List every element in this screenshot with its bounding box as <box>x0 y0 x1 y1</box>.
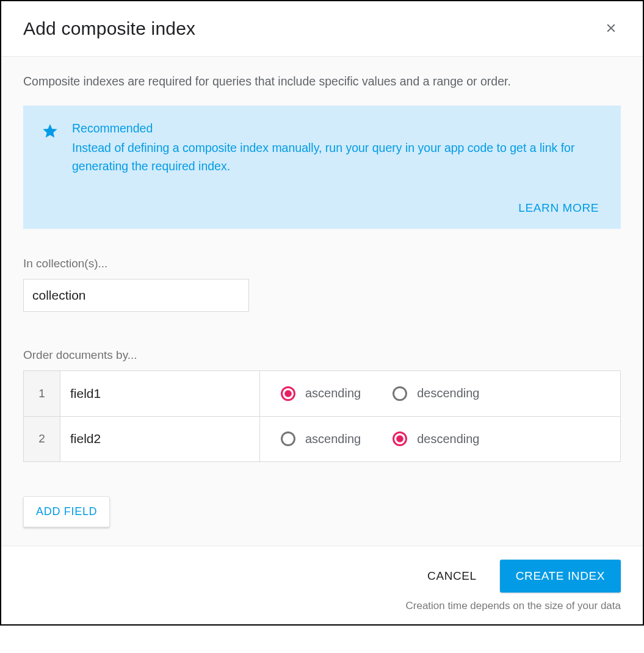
star-icon <box>42 123 59 175</box>
order-label: Order documents by... <box>23 348 621 362</box>
row-index: 1 <box>24 371 60 416</box>
field-row: 2 ascending descending <box>24 416 620 461</box>
radio-checked-icon <box>280 385 297 402</box>
recommendation-box: Recommended Instead of defining a compos… <box>23 106 621 229</box>
ascending-radio[interactable]: ascending <box>280 385 361 402</box>
dialog-header: Add composite index <box>1 1 643 57</box>
footer-note: Creation time depends on the size of you… <box>23 600 621 612</box>
recommendation-body: Instead of defining a composite index ma… <box>72 139 602 175</box>
collection-input[interactable] <box>23 279 249 312</box>
radio-label: descending <box>417 432 479 446</box>
row-index: 2 <box>24 417 60 461</box>
learn-more-button[interactable]: LEARN MORE <box>515 201 602 215</box>
order-section: Order documents by... 1 ascending <box>23 348 621 527</box>
collection-label: In collection(s)... <box>23 257 621 270</box>
radio-label: ascending <box>305 386 361 400</box>
cancel-button[interactable]: CANCEL <box>421 561 483 591</box>
radio-label: ascending <box>305 432 361 446</box>
close-button[interactable] <box>601 19 621 38</box>
dialog-title: Add composite index <box>23 18 195 39</box>
radio-checked-icon <box>391 430 408 447</box>
svg-point-2 <box>394 387 407 400</box>
svg-point-5 <box>396 435 403 442</box>
radio-label: descending <box>417 386 479 400</box>
dialog-description: Composite indexes are required for queri… <box>23 73 621 90</box>
descending-radio[interactable]: descending <box>391 385 479 402</box>
dialog-body: Composite indexes are required for queri… <box>1 57 643 546</box>
add-field-button[interactable]: ADD FIELD <box>23 496 110 527</box>
field-name-input[interactable] <box>60 386 259 401</box>
radio-unchecked-icon <box>391 385 408 402</box>
create-index-button[interactable]: CREATE INDEX <box>500 560 621 593</box>
close-icon <box>604 21 618 37</box>
dialog-footer: CANCEL CREATE INDEX Creation time depend… <box>1 546 643 624</box>
add-composite-index-dialog: Add composite index Composite indexes ar… <box>0 0 644 626</box>
collection-section: In collection(s)... <box>23 257 621 312</box>
descending-radio[interactable]: descending <box>391 430 479 447</box>
svg-point-3 <box>282 433 295 446</box>
field-name-input[interactable] <box>60 431 259 446</box>
field-row: 1 ascending descending <box>24 371 620 416</box>
recommendation-title: Recommended <box>72 121 602 135</box>
svg-point-1 <box>284 390 292 397</box>
radio-unchecked-icon <box>280 430 297 447</box>
fields-table: 1 ascending descending <box>23 370 621 462</box>
ascending-radio[interactable]: ascending <box>280 430 361 447</box>
